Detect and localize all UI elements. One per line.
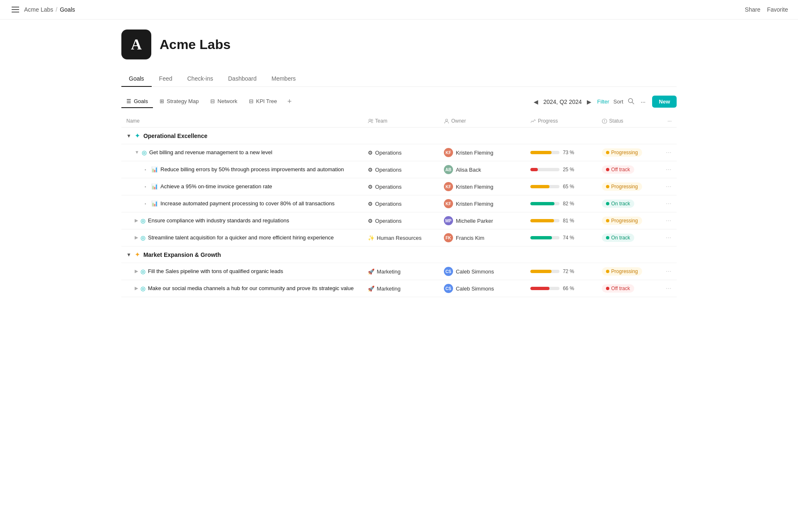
status-cell: Progressing xyxy=(597,264,663,279)
team-name: Operations xyxy=(375,201,402,207)
filter-button[interactable]: Filter xyxy=(597,99,609,105)
owner-column: KF Kristen Fleming xyxy=(439,144,525,161)
name-column: ▶ ◎ Make our social media channels a hub… xyxy=(121,280,363,297)
nav-tab-goals[interactable]: Goals xyxy=(121,71,152,87)
row-more-button[interactable]: ··· xyxy=(666,166,671,173)
top-bar: Acme Labs / Goals Share Favorite xyxy=(0,0,798,20)
top-bar-right: Share Favorite xyxy=(745,6,788,13)
team-column: ⚙ Operations xyxy=(363,212,439,229)
sort-button[interactable]: Sort xyxy=(613,99,623,105)
nav-tab-members[interactable]: Members xyxy=(264,71,303,87)
progress-row: 66 % xyxy=(530,286,591,291)
goal-name[interactable]: Ensure compliance with industry standard… xyxy=(148,217,289,224)
period-prev-button[interactable]: ◀ xyxy=(532,97,540,107)
more-col: ··· xyxy=(663,162,677,177)
table-row: ▶ ◎ Make our social media channels a hub… xyxy=(121,280,677,297)
status-badge: Progressing xyxy=(602,182,642,191)
status-cell: Progressing xyxy=(597,145,663,160)
team-icon: ✨ xyxy=(368,235,374,241)
more-column: ··· xyxy=(663,144,677,161)
goal-name[interactable]: Streamline talent acquisition for a quic… xyxy=(148,234,334,241)
expand-arrow[interactable]: ▶ xyxy=(135,286,138,291)
goal-icon: 📊 xyxy=(151,183,158,190)
column-header-more: ··· xyxy=(663,115,677,128)
group-header-content: ▼ ✦ Operational Excellence xyxy=(126,132,672,140)
row-more-button[interactable]: ··· xyxy=(666,268,671,275)
status-badge: Progressing xyxy=(602,267,642,276)
name-column: • 📊 Increase automated payment processin… xyxy=(121,195,363,212)
kpi-tree-label: KPI Tree xyxy=(256,98,277,104)
expand-arrow[interactable]: ▶ xyxy=(135,218,138,223)
share-button[interactable]: Share xyxy=(745,6,760,13)
toolbar-tab-strategy-map[interactable]: ⊞ Strategy Map xyxy=(155,95,204,108)
nav-tab-dashboard[interactable]: Dashboard xyxy=(221,71,264,87)
expand-arrow[interactable]: ▶ xyxy=(135,268,138,274)
team-name: Marketing xyxy=(377,286,401,292)
row-more-button[interactable]: ··· xyxy=(666,217,671,224)
status-cell: Off track xyxy=(597,162,663,177)
owner-name: Alisa Back xyxy=(456,167,481,173)
more-options-button[interactable]: ··· xyxy=(638,98,648,106)
hamburger-menu[interactable] xyxy=(10,5,21,14)
new-button[interactable]: New xyxy=(652,96,677,108)
progress-pct: 72 % xyxy=(563,268,574,274)
progress-row: 82 % xyxy=(530,201,591,207)
name-cell: ▼ ◎ Get billing and revenue management t… xyxy=(121,145,363,160)
nav-tab-checkins[interactable]: Check-ins xyxy=(180,71,221,87)
progress-bar-fill xyxy=(530,236,552,239)
status-dot xyxy=(606,151,609,154)
goal-name[interactable]: Fill the Sales pipeline with tons of qua… xyxy=(148,268,283,275)
goal-name[interactable]: Reduce billing errors by 50% through pro… xyxy=(160,166,344,173)
goal-name[interactable]: Increase automated payment processing to… xyxy=(160,200,335,207)
goal-name[interactable]: Achieve a 95% on-time invoice generation… xyxy=(160,183,272,190)
progress-row: 65 % xyxy=(530,184,591,190)
column-header-name: Name xyxy=(121,115,363,128)
org-name: Acme Labs xyxy=(160,37,231,52)
breadcrumb-org[interactable]: Acme Labs xyxy=(24,6,53,13)
progress-cell: 65 % xyxy=(525,180,596,193)
name-cell: ▶ ◎ Make our social media channels a hub… xyxy=(121,281,363,296)
goal-name[interactable]: Make our social media channels a hub for… xyxy=(148,285,354,292)
owner-cell: CS Caleb Simmons xyxy=(439,280,525,297)
row-more-button[interactable]: ··· xyxy=(666,200,671,207)
row-more-button[interactable]: ··· xyxy=(666,183,671,190)
status-dot xyxy=(606,185,609,188)
name-column: ▶ ◎ Ensure compliance with industry stan… xyxy=(121,212,363,229)
nav-tab-feed[interactable]: Feed xyxy=(152,71,180,87)
status-badge: Progressing xyxy=(602,217,642,225)
period-next-button[interactable]: ▶ xyxy=(585,97,593,107)
goal-name[interactable]: Get billing and revenue management to a … xyxy=(149,149,272,156)
toolbar-tab-goals[interactable]: ☰ Goals xyxy=(121,95,153,108)
toolbar-tab-kpi-tree[interactable]: ⊟ KPI Tree xyxy=(244,95,282,108)
table-row: ▶ ◎ Ensure compliance with industry stan… xyxy=(121,212,677,229)
expand-arrow[interactable]: ▼ xyxy=(135,150,139,155)
row-more-button[interactable]: ··· xyxy=(666,149,671,156)
expand-arrow[interactable]: ▶ xyxy=(135,235,138,240)
collapse-arrow[interactable]: ▼ xyxy=(126,252,131,258)
favorite-button[interactable]: Favorite xyxy=(767,6,788,13)
toolbar-tab-network[interactable]: ⊟ Network xyxy=(205,95,242,108)
owner-name: Kristen Fleming xyxy=(456,201,493,207)
status-badge: Off track xyxy=(602,284,634,293)
avatar: AB xyxy=(444,165,453,174)
table-row: ▼ ◎ Get billing and revenue management t… xyxy=(121,144,677,161)
group-name: Operational Excellence xyxy=(143,133,207,139)
team-column: ⚙ Operations xyxy=(363,144,439,161)
search-icon[interactable] xyxy=(628,98,634,106)
owner-column: AB Alisa Back xyxy=(439,161,525,178)
status-cell: Off track xyxy=(597,281,663,296)
row-more-button[interactable]: ··· xyxy=(666,234,671,241)
collapse-arrow[interactable]: ▼ xyxy=(126,133,131,139)
team-icon: ⚙ xyxy=(368,201,373,207)
owner-column: CS Caleb Simmons xyxy=(439,280,525,297)
progress-column: 82 % xyxy=(525,195,596,212)
strategy-map-icon: ⊞ xyxy=(160,98,164,104)
owner-name: Kristen Fleming xyxy=(456,150,493,156)
team-icon: ⚙ xyxy=(368,218,373,224)
avatar: MP xyxy=(444,216,453,225)
row-more-button[interactable]: ··· xyxy=(666,285,671,292)
avatar: KF xyxy=(444,199,453,208)
add-view-button[interactable]: + xyxy=(284,96,296,108)
status-dot xyxy=(606,236,609,239)
name-column: • 📊 Achieve a 95% on-time invoice genera… xyxy=(121,178,363,195)
